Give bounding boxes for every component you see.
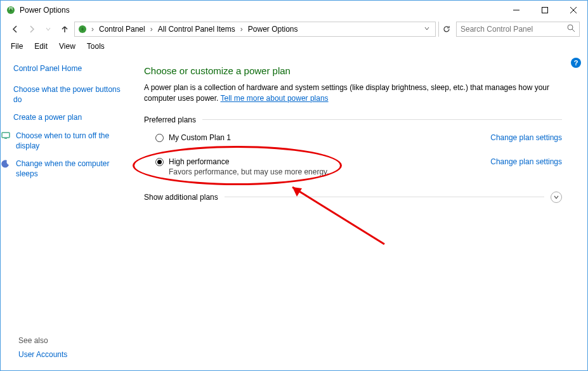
svg-rect-9 <box>2 133 10 138</box>
up-button[interactable] <box>58 22 72 36</box>
window-controls <box>502 1 587 20</box>
address-bar: › Control Panel › All Control Panel Item… <box>1 20 587 39</box>
content-area: Control Panel Home Choose what the power… <box>1 54 587 370</box>
divider <box>225 197 544 197</box>
change-plan-settings-link[interactable]: Change plan settings <box>490 157 562 166</box>
close-button[interactable] <box>559 1 587 20</box>
sidebar-link-display-off[interactable]: Choose when to turn off the display <box>13 131 126 151</box>
menu-bar: File Edit View Tools <box>1 39 587 54</box>
breadcrumb-segment[interactable]: Power Options <box>245 25 301 34</box>
plan-name: My Custom Plan 1 <box>169 133 478 142</box>
monitor-icon <box>1 131 11 141</box>
title-bar: Power Options <box>1 1 587 20</box>
search-input[interactable] <box>461 25 567 34</box>
see-also-heading: See also <box>18 336 48 345</box>
see-also-link-user-accounts[interactable]: User Accounts <box>18 350 67 359</box>
radio-my-custom-plan[interactable] <box>155 134 164 142</box>
menu-tools[interactable]: Tools <box>82 41 110 52</box>
sidebar-link-power-buttons[interactable]: Choose what the power buttons do <box>13 84 126 105</box>
menu-view[interactable]: View <box>54 41 81 52</box>
svg-line-8 <box>572 29 575 32</box>
radio-high-performance[interactable] <box>155 158 164 166</box>
breadcrumb-icon <box>77 24 88 34</box>
sidebar-link-label: Choose when to turn off the display <box>16 131 126 151</box>
page-description: A power plan is a collection of hardware… <box>144 82 562 104</box>
recent-dropdown[interactable] <box>41 22 55 36</box>
chevron-right-icon[interactable]: › <box>239 25 244 34</box>
back-button[interactable] <box>8 22 22 36</box>
tell-me-more-link[interactable]: Tell me more about power plans <box>221 94 329 103</box>
sidebar: Control Panel Home Choose what the power… <box>1 54 134 370</box>
window-title: Power Options <box>20 6 502 15</box>
search-icon[interactable] <box>567 24 575 34</box>
help-icon[interactable]: ? <box>571 58 581 68</box>
maximize-button[interactable] <box>530 1 559 20</box>
menu-file[interactable]: File <box>6 41 28 52</box>
chevron-down-icon[interactable] <box>424 25 430 34</box>
chevron-right-icon[interactable]: › <box>90 25 95 34</box>
app-icon <box>6 5 16 15</box>
refresh-button[interactable] <box>438 22 454 37</box>
show-additional-plans-label: Show additional plans <box>144 193 218 202</box>
chevron-right-icon[interactable]: › <box>149 25 154 34</box>
preferred-plans-label: Preferred plans <box>144 115 562 124</box>
sidebar-link-label: Choose what the power buttons do <box>13 84 126 105</box>
svg-rect-3 <box>542 8 547 13</box>
divider <box>202 119 562 120</box>
breadcrumb-segment[interactable]: Control Panel <box>96 25 148 34</box>
sidebar-link-label: Change when the computer sleeps <box>16 159 126 179</box>
search-box[interactable] <box>456 22 580 37</box>
moon-icon <box>1 159 11 169</box>
forward-button[interactable] <box>25 22 39 36</box>
plan-row-custom: My Custom Plan 1 Change plan settings <box>144 129 562 146</box>
plan-description: Favors performance, but may use more ene… <box>169 167 478 176</box>
breadcrumb-bar[interactable]: › Control Panel › All Control Panel Item… <box>74 22 436 37</box>
sidebar-link-label: Create a power plan <box>13 112 82 122</box>
sidebar-link-sleep[interactable]: Change when the computer sleeps <box>13 159 126 179</box>
control-panel-home-link[interactable]: Control Panel Home <box>13 64 126 73</box>
svg-point-7 <box>568 25 573 30</box>
plan-name: High performance <box>169 157 478 166</box>
main-panel: ? Choose or customize a power plan A pow… <box>134 54 587 370</box>
change-plan-settings-link[interactable]: Change plan settings <box>490 133 562 142</box>
sidebar-link-create-plan[interactable]: Create a power plan <box>13 112 126 122</box>
svg-rect-10 <box>4 138 7 139</box>
plan-row-high-performance: High performance Favors performance, but… <box>144 153 562 180</box>
chevron-down-icon[interactable] <box>551 192 562 203</box>
show-additional-plans-row[interactable]: Show additional plans <box>144 192 562 203</box>
breadcrumb-segment[interactable]: All Control Panel Items <box>155 25 238 34</box>
page-heading: Choose or customize a power plan <box>144 65 562 76</box>
menu-edit[interactable]: Edit <box>29 41 53 52</box>
minimize-button[interactable] <box>502 1 530 20</box>
